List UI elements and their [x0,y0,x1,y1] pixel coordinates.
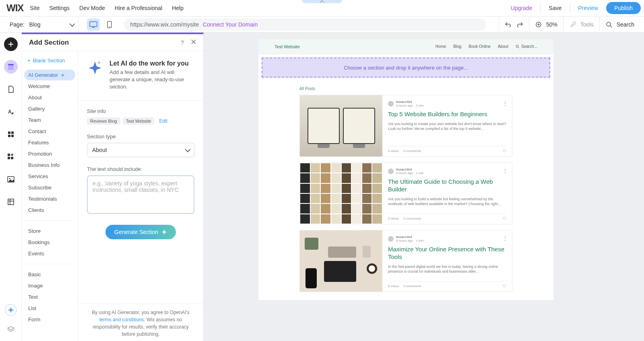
terms-link[interactable]: terms and conditions [99,317,144,323]
nav-item-ai-generator[interactable]: AI Generator [24,70,75,80]
nav-about[interactable]: About [498,44,508,49]
canvas[interactable]: Test Website Home Blog Book Online About… [204,33,644,341]
nav-item-events[interactable]: Events [24,248,75,259]
redo-icon[interactable] [516,21,523,28]
menu-help[interactable]: Help [172,5,184,11]
heart-icon[interactable]: ♡ [503,149,506,153]
all-posts-label[interactable]: All Posts [258,83,553,95]
menu-site[interactable]: Site [30,5,39,11]
chip-test-website: Test Website [123,117,155,125]
wix-logo[interactable]: WIX [6,2,23,14]
nav-item-features[interactable]: Features [24,137,75,148]
menu-devmode[interactable]: Dev Mode [79,5,105,11]
post-menu-icon[interactable]: ⋮ [502,168,508,174]
nav-item-subscribe[interactable]: Subscribe [24,182,75,193]
rail-bottom [4,304,18,336]
post-menu-icon[interactable]: ⋮ [502,235,508,242]
menu-settings[interactable]: Settings [49,5,70,11]
cms-button[interactable] [4,195,18,209]
nav-item-store[interactable]: Store [24,226,75,236]
sparkle-icon [161,229,167,235]
url-bar[interactable]: https://www.wix.com/mysite Connect Your … [124,18,486,31]
nav-item-welcome[interactable]: Welcome [24,81,75,92]
site-search[interactable]: Search... [516,44,537,49]
nav-item-list[interactable]: List [24,303,75,314]
post-card[interactable]: florian19046 hours ago · 2 min ⋮ Top 5 W… [299,95,512,157]
help-icon[interactable]: ? [181,39,184,46]
heart-icon[interactable]: ♡ [503,284,506,288]
post-menu-icon[interactable]: ⋮ [502,100,508,107]
nav-home[interactable]: Home [436,44,446,49]
nav-item-label: Events [28,251,44,257]
text-include-input[interactable] [87,175,194,214]
post-card[interactable]: florian19046 hours ago · 1 min ⋮ The Ult… [299,162,512,224]
nav-item-services[interactable]: Services [24,171,75,182]
section-type-select[interactable]: About [87,143,194,157]
upgrade-link[interactable]: Upgrade [511,5,533,11]
pages-button[interactable] [4,82,18,96]
nav-book[interactable]: Book Online [469,44,490,49]
post-title[interactable]: Top 5 Website Builders for Beginners [388,111,506,118]
nav-item-team[interactable]: Team [24,115,75,125]
post-title[interactable]: The Ultimate Guide to Choosing a Web Bui… [388,178,506,193]
svg-line-8 [610,26,612,27]
nav-item-business-info[interactable]: Business Info [24,160,75,170]
app-market-button[interactable] [4,150,18,164]
blank-section-button[interactable]: + Blank Section [24,55,75,69]
top-tab-handle[interactable] [302,0,342,3]
nav-item-testimonials[interactable]: Testimonials [24,193,75,204]
nav-item-form[interactable]: Form [24,314,75,325]
menubar: WIX Site Settings Dev Mode Hire a Profes… [0,0,644,16]
nav-item-about[interactable]: About [24,92,75,103]
desktop-view-button[interactable] [87,18,100,31]
nav-item-text[interactable]: Text [24,292,75,302]
post-title[interactable]: Maximize Your Online Presence with These… [388,246,506,261]
mobile-view-button[interactable] [103,18,116,31]
save-button[interactable]: Save [549,5,561,11]
connect-domain-link[interactable]: Connect Your Domain [203,21,258,28]
generate-section-button[interactable]: Generate Section [105,225,176,239]
chevron-down-icon [185,146,190,152]
heart-icon[interactable]: ♡ [503,216,506,221]
nav-item-contact[interactable]: Contact [24,126,75,137]
add-button[interactable] [4,37,18,51]
svg-rect-15 [8,131,10,134]
layers-button[interactable] [4,323,18,336]
nav-item-image[interactable]: Image [24,280,75,291]
nav-item-gallery[interactable]: Gallery [24,103,75,114]
post-author: florian1904 [396,235,423,239]
apps-button[interactable] [4,127,18,141]
page-selector[interactable]: Blog [29,21,74,28]
ai-assistant-button[interactable] [5,304,17,316]
site-nav: Home Blog Book Online About Search... [436,44,537,49]
post-body: florian19046 hours ago · 1 min ⋮ Maximiz… [382,230,512,292]
undo-icon[interactable] [505,21,512,28]
edit-site-info-link[interactable]: Edit [159,118,167,124]
post-comments: 0 comments [404,284,421,288]
nav-item-basic[interactable]: Basic [24,269,75,280]
publish-button[interactable]: Publish [606,2,641,14]
theme-button[interactable]: A [4,105,18,119]
sections-button[interactable] [4,60,18,74]
post-excerpt: Are you looking to create your own websi… [388,121,506,131]
close-icon[interactable] [191,39,196,46]
zoom-group[interactable]: 50% [529,16,563,33]
nav-item-promotion[interactable]: Promotion [24,148,75,159]
hero-title: Let AI do the work for you [109,60,194,67]
svg-line-32 [518,47,519,48]
dropzone[interactable]: Choose a section and drop it anywhere on… [262,58,550,78]
nav-item-bookings[interactable]: Bookings [24,237,75,248]
post-meta: florian19046 hours ago · 2 min [388,100,506,107]
site-title[interactable]: Test Website [275,44,300,49]
undo-redo-group [499,16,529,33]
nav-item-label: Image [28,283,43,289]
avatar [388,236,394,242]
search-group[interactable]: Search [599,16,640,33]
nav-blog[interactable]: Blog [453,44,461,49]
menu-hire[interactable]: Hire a Professional [115,5,162,11]
post-card[interactable]: florian19046 hours ago · 1 min ⋮ Maximiz… [299,230,512,292]
nav-item-clients[interactable]: Clients [24,205,75,216]
media-button[interactable] [4,173,18,186]
tools-group[interactable]: Tools [563,16,599,33]
preview-button[interactable]: Preview [578,5,598,11]
